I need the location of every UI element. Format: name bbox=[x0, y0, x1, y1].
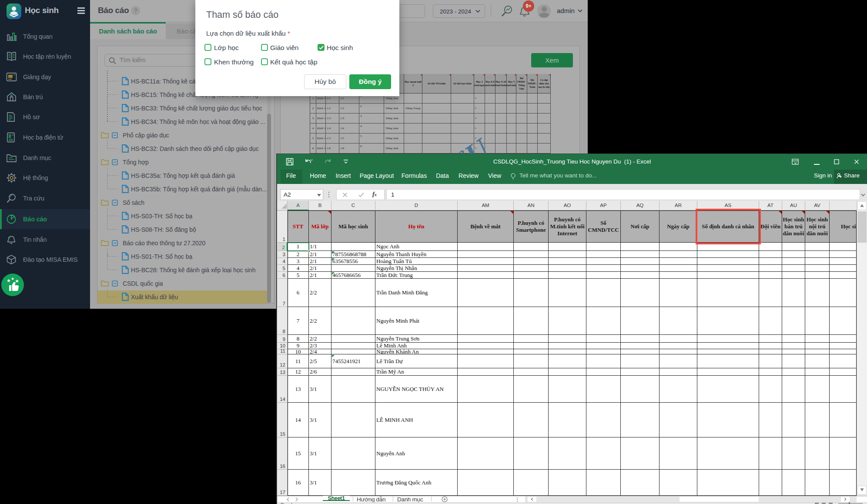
svg-text:★: ★ bbox=[11, 277, 14, 281]
svg-text:★: ★ bbox=[7, 278, 11, 283]
svg-text:★: ★ bbox=[15, 278, 19, 284]
